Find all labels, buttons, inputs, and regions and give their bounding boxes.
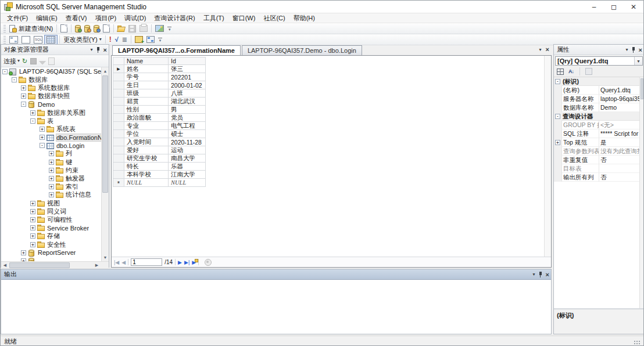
menu-item[interactable]: 工具(T) <box>199 13 228 23</box>
expander-icon[interactable] <box>555 140 560 145</box>
expander-icon[interactable] <box>21 102 26 107</box>
categorized-button[interactable] <box>556 67 564 75</box>
cell-name[interactable]: 生日 <box>124 81 169 89</box>
tree-item[interactable]: dbo.Login <box>1 142 109 150</box>
tree-item[interactable]: 统计信息 <box>1 191 109 199</box>
expander-icon[interactable] <box>30 233 35 239</box>
property-value[interactable]: 是 <box>599 138 644 147</box>
expander-icon[interactable] <box>30 225 35 230</box>
tree-item[interactable] <box>1 257 109 261</box>
property-value[interactable]: 否 <box>599 173 644 182</box>
new-record-button[interactable]: ▶ <box>192 260 196 265</box>
tree-item[interactable]: Demo <box>1 100 109 109</box>
cell-name[interactable]: 专业 <box>124 122 169 130</box>
column-header-name[interactable]: Name <box>124 57 169 65</box>
properties-window-button[interactable]: ≣ <box>120 35 129 45</box>
row-selector[interactable] <box>113 154 124 163</box>
property-row[interactable]: 服务器名称 laptop-96qai357 <box>554 95 644 103</box>
toolbar-overflow-button[interactable]: ▾ <box>158 38 163 42</box>
tree-item[interactable]: LAPTOP-96QAI357 (SQL Server 10 <box>1 67 109 75</box>
cell-id[interactable]: 张三 <box>169 65 206 73</box>
row-selector[interactable] <box>113 146 124 154</box>
execute-button[interactable]: ! <box>108 35 113 45</box>
change-type-button[interactable]: 更改类型(Y) ▾ <box>62 35 103 45</box>
scroll-left-icon[interactable]: ◀ <box>1 262 9 269</box>
property-value[interactable]: ***** Script for Se <box>599 129 644 138</box>
expander-icon[interactable] <box>49 160 54 165</box>
cell-name[interactable]: NULL <box>124 179 169 187</box>
property-row[interactable]: SQL 注释 ***** Script for Se <box>554 129 644 138</box>
scrollbar-thumb[interactable] <box>102 75 108 193</box>
cell-name[interactable]: 籍贯 <box>124 98 169 106</box>
cell-id[interactable]: 男 <box>169 106 206 114</box>
tree-vertical-scrollbar[interactable]: ▲ ▼ <box>101 67 109 261</box>
property-row[interactable]: 查询参数列表 没有为此查询指定参数 <box>554 147 644 156</box>
cell-name[interactable]: 政治面貌 <box>124 114 169 122</box>
window-position-icon[interactable]: ▾ <box>626 47 628 52</box>
expander-icon[interactable] <box>40 143 45 148</box>
analysis-query-button[interactable] <box>83 24 92 34</box>
property-value[interactable] <box>599 164 644 173</box>
new-query-button[interactable]: 新建查询(N) <box>8 24 55 34</box>
row-selector[interactable] <box>113 163 124 171</box>
window-position-icon[interactable]: ▾ <box>533 272 535 277</box>
row-selector[interactable] <box>113 138 124 146</box>
property-value[interactable]: Query1.dtq <box>599 86 644 95</box>
expander-icon[interactable] <box>40 135 45 140</box>
add-group-by-button[interactable] <box>145 35 156 45</box>
cell-id[interactable]: 乐器 <box>169 163 206 171</box>
tree-item[interactable]: 同义词 <box>1 207 109 215</box>
cell-id[interactable]: 硕士 <box>169 130 206 138</box>
expander-icon[interactable] <box>30 110 35 116</box>
expander-icon[interactable] <box>12 77 17 82</box>
cell-id[interactable]: 党员 <box>169 114 206 122</box>
property-row[interactable]: Top 规范 是 <box>554 138 644 147</box>
property-row[interactable]: 查询设计器 <box>554 112 644 121</box>
cell-name[interactable]: 特长 <box>124 163 169 171</box>
print-button[interactable] <box>138 24 149 34</box>
cell-name[interactable]: 入党时间 <box>124 138 169 146</box>
tree-item[interactable]: 系统表 <box>1 125 109 133</box>
tree-item[interactable]: 视图 <box>1 199 109 207</box>
tree-item[interactable]: ReportServer <box>1 248 109 257</box>
chevron-down-icon[interactable]: ▼ <box>634 57 642 65</box>
pin-icon[interactable] <box>538 272 543 277</box>
object-selector-combo[interactable]: [Qry] Query1.dtq ▼ <box>555 56 643 66</box>
new-file-button[interactable] <box>59 24 69 34</box>
document-tab[interactable]: LAPTOP-96QAI357.Demo - dbo.Login <box>242 45 362 55</box>
save-button[interactable] <box>127 24 138 34</box>
cell-name[interactable]: 性别 <box>124 106 169 114</box>
cell-id[interactable]: 运动 <box>169 146 206 154</box>
open-file-button[interactable] <box>116 24 127 34</box>
show-sql-pane-button[interactable] <box>32 35 44 45</box>
cell-name[interactable]: 学号 <box>124 73 169 81</box>
cell-name[interactable]: 班级 <box>124 89 169 98</box>
property-row[interactable]: GROUP BY 扩展 <无> <box>554 121 644 129</box>
cell-name[interactable]: 研究生学校 <box>124 154 169 163</box>
record-position-input[interactable] <box>131 258 162 266</box>
row-selector[interactable] <box>113 65 124 73</box>
show-diagram-pane-button[interactable] <box>8 35 20 45</box>
window-position-icon[interactable]: ▾ <box>91 47 93 52</box>
tree-item[interactable]: 数据库快照 <box>1 92 109 100</box>
row-selector[interactable] <box>113 106 124 114</box>
menu-item[interactable]: 帮助(H) <box>289 13 319 23</box>
cell-name[interactable]: 姓名 <box>124 65 169 73</box>
scrollbar-thumb[interactable] <box>9 262 70 268</box>
tree-item[interactable]: 索引 <box>1 183 109 191</box>
properties-vertical-scrollbar[interactable] <box>639 77 644 308</box>
close-icon[interactable]: × <box>103 46 107 53</box>
property-value[interactable]: 没有为此查询指定参数 <box>599 147 644 156</box>
property-value[interactable]: 否 <box>599 156 644 164</box>
cell-id[interactable]: NULL <box>169 179 206 187</box>
toolbar-grip[interactable] <box>3 36 6 44</box>
row-selector[interactable] <box>113 130 124 138</box>
expander-icon[interactable] <box>40 127 45 132</box>
cell-id[interactable]: 江南大学 <box>169 171 206 179</box>
pin-icon[interactable] <box>631 47 636 53</box>
row-selector[interactable] <box>113 179 124 187</box>
cell-id[interactable]: 电气工程 <box>169 122 206 130</box>
toolbar-grip[interactable] <box>3 25 6 33</box>
database-engine-query-button[interactable] <box>73 24 83 34</box>
close-button[interactable]: ✕ <box>624 1 643 13</box>
